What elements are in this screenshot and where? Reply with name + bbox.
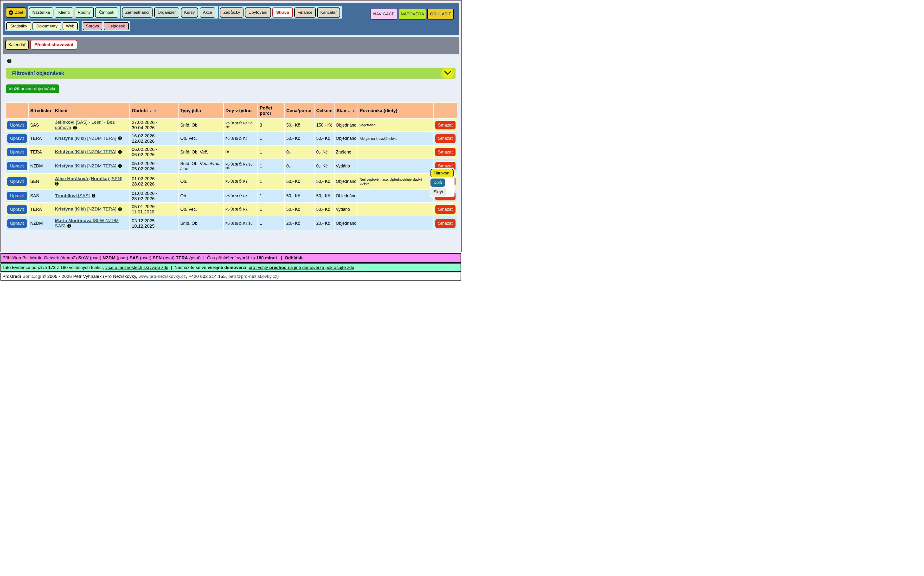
svg-text:?: ? (8, 59, 10, 63)
